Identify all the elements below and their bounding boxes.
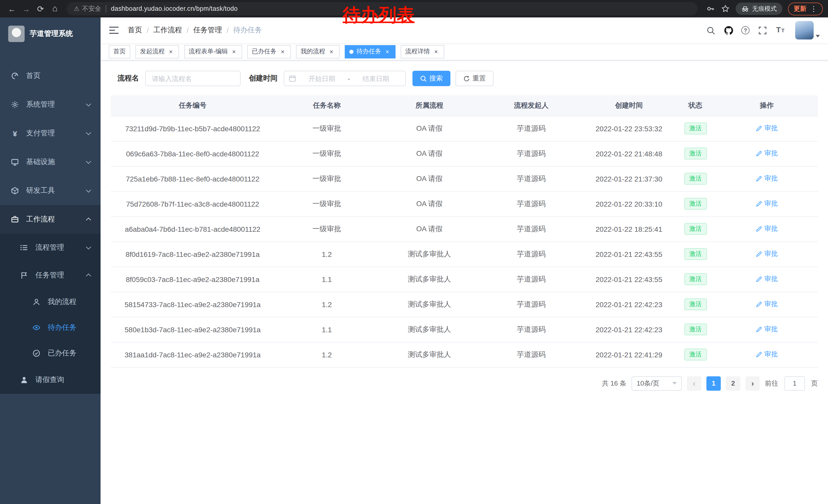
github-icon[interactable] — [723, 25, 734, 35]
sidebar-item-infrastructure[interactable]: 基础设施 — [0, 148, 100, 176]
password-key-icon[interactable] — [706, 4, 715, 13]
end-date-input[interactable] — [351, 75, 401, 82]
edit-icon — [756, 351, 762, 358]
tab-process-detail[interactable]: 流程详情 — [401, 45, 444, 58]
tab-todo-tasks[interactable]: 待办任务 — [345, 45, 396, 58]
prev-page-button[interactable] — [687, 376, 701, 391]
sidebar-item-workflow[interactable]: 工作流程 — [0, 205, 100, 234]
approve-button[interactable]: 审批 — [756, 174, 778, 183]
approve-button[interactable]: 审批 — [756, 300, 778, 309]
sidebar-item-done-task[interactable]: 已办任务 — [0, 340, 100, 366]
total-count: 共 16 条 — [602, 379, 626, 388]
page-button-1[interactable]: 1 — [706, 376, 721, 391]
sidebar-item-label: 待办任务 — [48, 323, 76, 332]
sidebar-item-todo-task[interactable]: 待办任务 — [0, 315, 100, 340]
task-id-cell: 381aa1dd-7ac8-11ec-a9e2-a2380e71991a — [111, 342, 275, 367]
bookmark-star-icon[interactable] — [721, 4, 730, 13]
approve-button[interactable]: 审批 — [756, 124, 778, 133]
goto-page-input[interactable] — [784, 376, 805, 391]
help-icon[interactable] — [741, 26, 749, 34]
sidebar-item-leave-query[interactable]: 请假查询 — [0, 366, 100, 394]
tab-label: 我的流程 — [301, 47, 325, 56]
task-name-cell: 一级审批 — [275, 191, 379, 216]
tab-my-process[interactable]: 我的流程 — [296, 45, 340, 58]
close-icon[interactable] — [432, 48, 440, 55]
status-cell: 激活 — [675, 292, 716, 317]
browser-forward-icon[interactable] — [19, 2, 33, 15]
approve-button[interactable]: 审批 — [756, 325, 778, 334]
close-icon[interactable] — [328, 48, 335, 55]
next-page-button[interactable] — [745, 376, 760, 391]
sidebar-item-label: 支付管理 — [26, 129, 55, 138]
close-icon[interactable] — [384, 48, 391, 55]
page-button-2[interactable]: 2 — [726, 376, 740, 391]
edit-icon — [756, 175, 762, 182]
app-logo-row[interactable]: 芋道管理系统 — [0, 17, 100, 50]
tab-home[interactable]: 首页 — [109, 45, 130, 58]
tab-process-form-edit[interactable]: 流程表单-编辑 — [184, 45, 242, 58]
start-date-input[interactable] — [297, 75, 347, 82]
address-bar[interactable]: 不安全 dashboard.yudao.iocoder.cn/bpm/task/… — [67, 2, 698, 15]
status-cell: 激活 — [675, 241, 716, 267]
process-cell: OA 请假 — [379, 141, 480, 166]
process-cell: 测试多审批人 — [379, 267, 480, 292]
calendar-icon — [289, 75, 296, 82]
fullscreen-icon[interactable] — [757, 25, 768, 35]
user-menu[interactable] — [795, 21, 820, 40]
breadcrumb-item[interactable]: 任务管理 — [194, 26, 222, 35]
process-cell: OA 请假 — [379, 116, 480, 141]
browser-home-icon[interactable] — [48, 2, 61, 15]
breadcrumb-item[interactable]: 首页 — [128, 26, 142, 35]
tab-start-process[interactable]: 发起流程 — [135, 45, 179, 58]
update-button[interactable]: 更新 — [788, 2, 823, 15]
approve-button[interactable]: 审批 — [756, 199, 778, 209]
status-cell: 激活 — [675, 267, 716, 292]
reset-button[interactable]: 重置 — [456, 71, 494, 86]
approve-button[interactable]: 审批 — [756, 275, 778, 284]
approve-button[interactable]: 审批 — [756, 350, 778, 359]
tab-label: 已办任务 — [252, 47, 277, 56]
close-icon[interactable] — [167, 48, 174, 55]
edit-icon — [756, 200, 762, 207]
close-icon[interactable] — [279, 48, 286, 55]
approve-button[interactable]: 审批 — [756, 149, 778, 158]
sidebar-item-home[interactable]: 首页 — [0, 61, 100, 90]
search-icon[interactable] — [705, 25, 716, 35]
sidebar-item-devtools[interactable]: 研发工具 — [0, 176, 100, 205]
hamburger-icon[interactable] — [109, 25, 119, 35]
task-name-cell: 一级审批 — [275, 166, 379, 191]
breadcrumb-item[interactable]: 工作流程 — [153, 26, 182, 35]
edit-icon — [756, 150, 762, 157]
browser-menu-icon[interactable] — [810, 5, 817, 13]
browser-back-icon[interactable] — [5, 2, 18, 15]
process-cell: OA 请假 — [379, 166, 480, 191]
sidebar-item-process-mgmt[interactable]: 流程管理 — [0, 234, 100, 262]
date-range-picker[interactable]: - — [284, 71, 406, 86]
page-size-select[interactable]: 10条/页 — [631, 376, 682, 391]
sidebar-item-system[interactable]: 系统管理 — [0, 90, 100, 119]
sidebar-item-my-process[interactable]: 我的流程 — [0, 289, 100, 315]
process-name-input[interactable] — [145, 71, 241, 86]
tab-label: 首页 — [113, 47, 126, 56]
font-size-icon[interactable] — [775, 25, 785, 35]
briefcase-icon — [10, 215, 19, 224]
approve-button[interactable]: 审批 — [756, 249, 778, 259]
starter-cell: 芋道源码 — [480, 116, 583, 141]
column-header: 流程发起人 — [480, 95, 583, 116]
sidebar-item-task-mgmt[interactable]: 任务管理 — [0, 262, 100, 289]
create-time-cell: 2022-01-22 18:25:41 — [583, 216, 675, 241]
avatar[interactable] — [795, 21, 814, 40]
incognito-label: 无痕模式 — [752, 4, 777, 13]
tab-done-tasks[interactable]: 已办任务 — [247, 45, 291, 58]
browser-reload-icon[interactable] — [34, 2, 47, 15]
search-button[interactable]: 搜索 — [412, 71, 450, 86]
task-name-cell: 1.1 — [275, 317, 379, 342]
edit-icon — [756, 276, 762, 282]
task-id-cell: 580e1b3d-7ac8-11ec-a9e2-a2380e71991a — [111, 317, 275, 342]
sidebar-item-payment[interactable]: 支付管理 — [0, 119, 100, 148]
close-icon[interactable] — [230, 48, 238, 55]
create-time-cell: 2022-01-22 21:37:30 — [583, 166, 675, 191]
task-name-cell: 一级审批 — [275, 116, 379, 141]
approve-button[interactable]: 审批 — [756, 224, 778, 234]
task-id-cell: 73211d9d-7b9b-11ec-b5b7-acde48001122 — [111, 116, 275, 141]
